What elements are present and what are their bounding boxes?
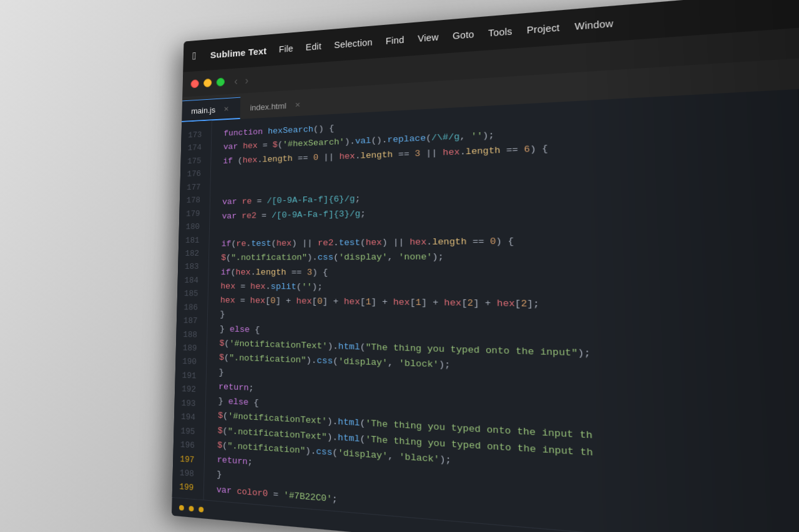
- ln-193: 193: [174, 396, 195, 411]
- ln-175: 175: [180, 155, 201, 168]
- minimize-button[interactable]: [203, 79, 212, 87]
- ln-181: 181: [179, 233, 200, 247]
- ln-187: 187: [177, 314, 198, 327]
- gutter-dot-2: [189, 505, 194, 511]
- ln-189: 189: [176, 341, 197, 355]
- ln-182: 182: [178, 247, 199, 261]
- ln-179: 179: [179, 207, 200, 221]
- gutter-dot-3: [199, 506, 203, 512]
- gutter-dot-1: [179, 505, 184, 510]
- apple-logo-icon: : [192, 50, 197, 62]
- ln-196: 196: [174, 437, 195, 453]
- tab-main-js-label: main.js: [191, 105, 215, 116]
- tab-index-html-label: index.html: [250, 101, 286, 112]
- screen-wrapper:  Sublime Text File Edit Selection Find …: [172, 0, 799, 532]
- ln-185: 185: [177, 287, 199, 301]
- ln-194: 194: [174, 410, 195, 425]
- ln-195: 195: [174, 423, 195, 438]
- ln-186: 186: [177, 301, 198, 314]
- code-line-182: $(".notification").css('display', 'none'…: [221, 248, 789, 266]
- ln-184: 184: [177, 274, 199, 288]
- tab-main-js[interactable]: main.js ✕: [182, 97, 240, 122]
- menu-project[interactable]: Project: [527, 22, 560, 36]
- tab-main-js-close[interactable]: ✕: [221, 104, 231, 114]
- ln-198: 198: [172, 465, 194, 481]
- ln-190: 190: [175, 355, 197, 369]
- menu-file[interactable]: File: [279, 44, 293, 54]
- menu-view[interactable]: View: [418, 32, 439, 44]
- ln-199: 199: [172, 480, 194, 495]
- maximize-button[interactable]: [217, 77, 225, 86]
- screen-container:  Sublime Text File Edit Selection Find …: [172, 0, 799, 532]
- ln-173: 173: [181, 128, 202, 142]
- menu-tools[interactable]: Tools: [488, 26, 512, 39]
- ln-180: 180: [179, 220, 200, 234]
- ln-192: 192: [175, 382, 196, 397]
- menu-goto[interactable]: Goto: [453, 29, 474, 41]
- menu-window[interactable]: Window: [574, 18, 613, 32]
- ln-197: 197: [173, 452, 194, 467]
- ln-174: 174: [181, 142, 202, 155]
- nav-forward-icon[interactable]: ›: [245, 74, 248, 87]
- ln-177: 177: [180, 181, 200, 195]
- ln-183: 183: [178, 260, 199, 274]
- menu-selection[interactable]: Selection: [334, 37, 373, 51]
- editor-area: 173 174 175 176 177 178 179 180 181 182 …: [172, 84, 799, 532]
- ln-176: 176: [180, 167, 201, 181]
- app-name[interactable]: Sublime Text: [210, 46, 267, 60]
- code-content[interactable]: function hexSearch() { var hex = $('#hex…: [204, 89, 799, 532]
- laptop-frame:  Sublime Text File Edit Selection Find …: [0, 0, 799, 532]
- ln-178: 178: [180, 194, 200, 208]
- tab-index-html-close[interactable]: ✕: [293, 100, 303, 110]
- ln-188: 188: [176, 327, 197, 342]
- ln-191: 191: [175, 369, 196, 383]
- menu-edit[interactable]: Edit: [306, 41, 321, 52]
- close-button[interactable]: [190, 79, 199, 88]
- menu-find[interactable]: Find: [386, 35, 404, 47]
- nav-back-icon[interactable]: ‹: [234, 75, 238, 88]
